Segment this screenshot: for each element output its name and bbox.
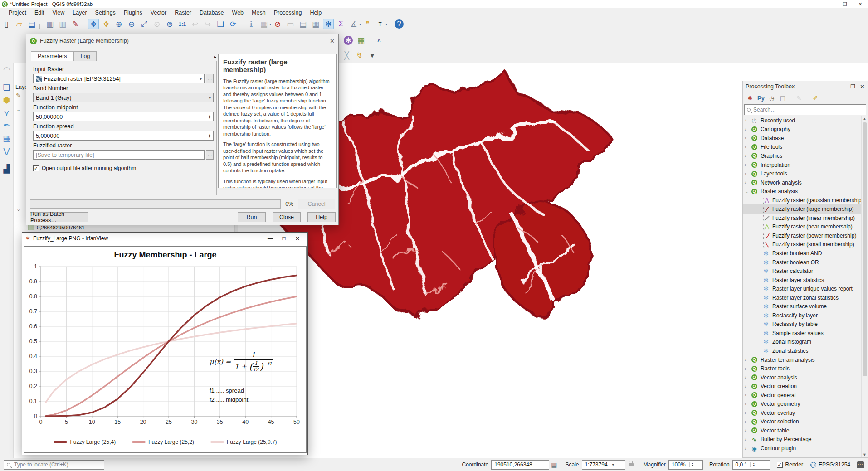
select-features-icon-dropdown[interactable]: ▾ (269, 22, 271, 26)
output-browse-button[interactable]: … (206, 150, 214, 160)
spinner-arrows-icon[interactable]: ▲▼ (206, 115, 211, 119)
menu-view[interactable]: View (48, 10, 68, 16)
tree-item-raster-layer-unique-values-report[interactable]: ✻Raster layer unique values report (743, 284, 868, 293)
tree-chevron-icon[interactable]: › (745, 366, 751, 371)
layout-manager-icon[interactable]: ▥ (57, 19, 68, 29)
toolbox-search-input[interactable]: Search… (744, 104, 866, 115)
tree-item-raster-layer-statistics[interactable]: ✻Raster layer statistics (743, 276, 868, 285)
crs-globe-icon[interactable] (810, 462, 816, 468)
zoom-last-icon[interactable]: ↩ (190, 19, 200, 29)
input-raster-browse-button[interactable]: … (206, 74, 214, 83)
tree-chevron-icon[interactable]: › (745, 428, 751, 433)
scrollbar-thumb[interactable] (863, 122, 867, 376)
tab-parameters[interactable]: Parameters (31, 51, 74, 61)
minimize-button[interactable]: – (822, 0, 837, 8)
tree-item-fuzzify-raster-small-membership[interactable]: 10Fuzzify raster (small membership) (743, 240, 868, 249)
scale-combo[interactable]: 1:773794▾ (582, 460, 625, 470)
tree-chevron-icon[interactable]: › (745, 375, 751, 380)
tree-chevron-icon[interactable]: ⌄ (745, 189, 751, 194)
midpoint-spinbox[interactable]: 50,000000 ▲▼ (33, 112, 214, 121)
layers-expander-icon[interactable]: ⌄ (16, 107, 20, 112)
snapping-intersection-icon[interactable]: ╳ (341, 50, 352, 61)
tree-item-network-analysis[interactable]: ›QNetwork analysis (743, 178, 868, 187)
scroll-up-icon[interactable]: ▲ (862, 117, 868, 121)
band-combo[interactable]: Band 1 (Gray) ▾ (33, 93, 214, 102)
tree-item-fuzzify-raster-linear-membership[interactable]: 10Fuzzify raster (linear membership) (743, 214, 868, 223)
open-output-checkbox[interactable]: ✓ (33, 165, 39, 171)
tree-item-cartography[interactable]: ›QCartography (743, 125, 868, 134)
new-3d-map-icon[interactable]: ⬢ (1, 95, 12, 106)
tree-item-reclassify-by-layer[interactable]: ✻Reclassify by layer (743, 311, 868, 320)
metasearch-lambda-icon[interactable]: Λ (374, 35, 385, 46)
snapping-dropdown-icon[interactable]: ▾ (367, 50, 378, 61)
pan-map-icon[interactable]: ✥ (88, 19, 99, 29)
tree-chevron-icon[interactable]: › (745, 153, 751, 158)
toolbox-float-icon[interactable]: ❐ (850, 83, 855, 90)
tree-chevron-icon[interactable]: › (745, 437, 751, 442)
dialog-titlebar[interactable]: Q Fuzzify Raster (Large Membership) ✕ (26, 34, 338, 47)
close-button[interactable]: ✕ (853, 0, 868, 8)
tree-item-database[interactable]: ›QDatabase (743, 134, 868, 143)
spinner-arrows-icon[interactable]: ▲▼ (750, 462, 755, 467)
options-wrench-icon[interactable]: ✐ (811, 93, 820, 102)
statistics-icon[interactable]: Σ (336, 19, 346, 29)
select-features-icon[interactable]: ▦ (258, 19, 269, 29)
tree-item-buffer-by-percentage[interactable]: ›∿Buffer by Percentage (743, 435, 868, 444)
iv-maximize-button[interactable]: □ (277, 235, 291, 242)
text-annotation-icon-dropdown[interactable]: ▾ (385, 22, 387, 26)
plugin-manager-icon[interactable]: ✻ (344, 36, 353, 45)
tree-item-raster-layer-zonal-statistics[interactable]: ✻Raster layer zonal statistics (743, 293, 868, 302)
toolbox-close-icon[interactable]: ✕ (860, 83, 865, 90)
menu-plugins[interactable]: Plugins (120, 10, 146, 16)
tree-chevron-icon[interactable]: › (745, 162, 751, 167)
new-map-view-icon[interactable]: ❏ (215, 19, 226, 29)
tree-chevron-icon[interactable]: › (745, 446, 751, 451)
vertex-tool-icon[interactable]: ⋎ (1, 107, 12, 118)
magnifier-spinbox[interactable]: 100% ▲▼ (668, 460, 703, 470)
tree-chevron-icon[interactable]: › (745, 384, 751, 389)
refresh-icon[interactable]: ⟳ (228, 19, 239, 29)
menu-project[interactable]: Project (5, 10, 30, 16)
tree-item-zonal-histogram[interactable]: ✻Zonal histogram (743, 338, 868, 347)
input-raster-combo[interactable]: Fuzzified raster [EPSG:31254] ▾ (33, 74, 205, 83)
render-checkbox[interactable]: ✓ (777, 462, 783, 468)
tree-chevron-icon[interactable]: › (745, 357, 751, 362)
messages-balloon-icon[interactable]: ··· (857, 461, 864, 468)
tree-item-vector-general[interactable]: ›QVector general (743, 391, 868, 400)
feather-style-icon[interactable]: ✒ (1, 120, 12, 131)
results-viewer-icon[interactable]: ▤ (778, 93, 787, 102)
tree-item-interpolation[interactable]: ›QInterpolation (743, 160, 868, 170)
open-attribute-table-icon[interactable]: ▤ (297, 19, 308, 29)
mesh-chip-icon[interactable]: ▦ (1, 133, 12, 144)
tree-item-fuzzify-raster-gaussian-membership[interactable]: 10Fuzzify raster (gaussian membership) (743, 196, 868, 205)
tree-item-vector-creation[interactable]: ›QVector creation (743, 382, 868, 391)
tree-item-raster-boolean-or[interactable]: ✻Raster boolean OR (743, 258, 868, 267)
iv-minimize-button[interactable]: — (263, 235, 277, 242)
iv-close-button[interactable]: ✕ (291, 235, 304, 242)
tree-chevron-icon[interactable]: › (745, 402, 751, 407)
tree-item-zonal-statistics[interactable]: ✻Zonal statistics (743, 346, 868, 355)
tree-item-vector-geometry[interactable]: ›QVector geometry (743, 400, 868, 409)
tracing-lightning-icon[interactable]: ↯ (354, 50, 365, 61)
lock-icon[interactable] (629, 463, 634, 466)
select-by-form-icon[interactable]: ▭ (285, 19, 296, 29)
tree-item-raster-terrain-analysis[interactable]: ›QRaster terrain analysis (743, 355, 868, 364)
text-annotation-icon[interactable]: T (375, 19, 385, 29)
identify-features-icon[interactable]: ℹ (246, 19, 257, 29)
histogram-dock-icon[interactable]: ▟ (1, 163, 12, 174)
tree-item-sample-raster-values[interactable]: ✻Sample raster values (743, 329, 868, 338)
tree-chevron-icon[interactable]: › (745, 118, 751, 123)
deselect-features-icon[interactable]: ⊘ (272, 19, 283, 29)
zoom-to-selection-icon[interactable]: ⊙ (151, 19, 162, 29)
tree-chevron-icon[interactable]: › (745, 127, 751, 132)
menu-mesh[interactable]: Mesh (248, 10, 270, 16)
menu-help[interactable]: Help (306, 10, 326, 16)
tree-item-fuzzify-raster-power-membership[interactable]: 10Fuzzify raster (power membership) (743, 231, 868, 240)
tree-item-contour-plugin[interactable]: ›◉Contour plugin (743, 444, 868, 453)
menu-web[interactable]: Web (228, 10, 248, 16)
help-button[interactable]: Help (307, 212, 336, 222)
georeferencer-icon[interactable]: ▦ (356, 35, 366, 46)
tree-item-reclassify-by-table[interactable]: ✻Reclassify by table (743, 320, 868, 329)
tree-item-vector-analysis[interactable]: ›QVector analysis (743, 373, 868, 382)
tree-item-layer-tools[interactable]: ›QLayer tools (743, 169, 868, 178)
